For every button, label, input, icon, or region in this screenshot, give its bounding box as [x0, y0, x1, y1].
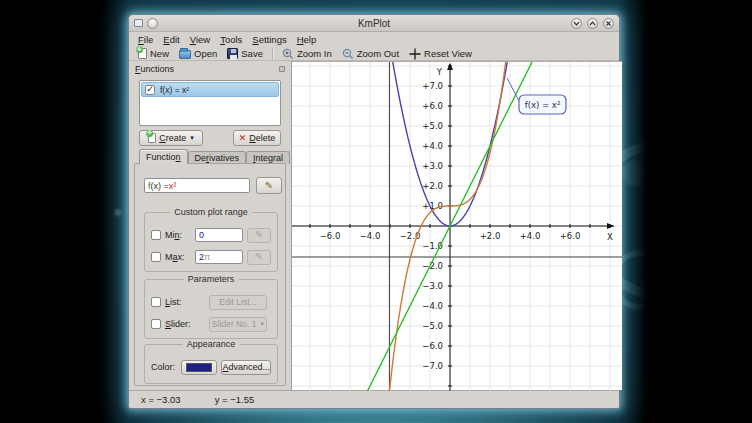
y-tick-label: +5.0	[422, 121, 443, 131]
callout-text: f(x) = x²	[525, 100, 561, 110]
min-label: Min:	[165, 230, 191, 240]
statusbar: x = −3.03 y = −1.55	[129, 390, 619, 408]
new-button[interactable]: + New	[133, 47, 174, 61]
zoom-in-icon	[282, 48, 294, 60]
custom-plot-range-title: Custom plot range	[170, 207, 252, 217]
new-document-icon: +	[138, 48, 147, 59]
min-checkbox[interactable]	[151, 230, 161, 240]
reset-view-icon	[409, 48, 421, 60]
equation-mid: (x) =	[151, 181, 169, 191]
wallpaper-dot	[622, 160, 646, 186]
float-dock-icon[interactable]	[279, 66, 285, 72]
slider-value: Slider No. 1	[212, 319, 256, 329]
y-tick-label: +7.0	[422, 81, 443, 91]
menu-file[interactable]: File	[135, 33, 160, 46]
edit-list-button[interactable]: Edit List...	[209, 295, 267, 310]
parameters-group: Parameters List: Edit List... Slider: Sl…	[144, 279, 278, 339]
y-tick-label: +2.0	[422, 181, 443, 191]
color-swatch	[186, 363, 212, 372]
zoom-out-icon	[342, 48, 354, 60]
y-tick-label: −4.0	[422, 301, 443, 311]
menu-help[interactable]: Help	[294, 33, 324, 46]
function-tab-page: f(x) = x² ✎ Custom plot range Min: 0 ✎ M…	[134, 163, 286, 386]
reset-view-button[interactable]: Reset View	[404, 47, 477, 61]
edit-equation-button[interactable]: ✎	[256, 177, 282, 194]
callout-leader-line	[507, 78, 519, 101]
minimize-button[interactable]	[571, 18, 582, 29]
x-tick-label: +6.0	[560, 231, 581, 241]
x-tick-label: +2.0	[480, 231, 501, 241]
chevron-down-icon	[573, 20, 580, 27]
max-edit-button[interactable]: ✎	[247, 250, 271, 265]
toolbar: + New Open Save Zoom In Zoom Out Reset V…	[129, 47, 619, 61]
list-checkbox[interactable]	[151, 297, 161, 307]
function-visible-checkbox[interactable]	[145, 85, 155, 95]
min-input[interactable]: 0	[195, 228, 243, 242]
menu-view[interactable]: View	[187, 33, 217, 46]
maximize-button[interactable]	[587, 18, 598, 29]
advanced-button[interactable]: Advanced...	[221, 360, 271, 375]
delete-x-icon: ✕	[239, 133, 247, 143]
titlebar[interactable]: KmPlot	[129, 15, 619, 32]
pencil-icon: ✎	[255, 252, 263, 262]
slider-checkbox[interactable]	[151, 319, 161, 329]
save-button[interactable]: Save	[222, 47, 268, 61]
function-list[interactable]: f(x) = x²	[139, 80, 281, 126]
equation-input[interactable]: f(x) = x²	[144, 178, 250, 193]
open-button-label: Open	[194, 48, 217, 59]
slider-select[interactable]: Slider No. 1▾	[209, 317, 267, 332]
color-button[interactable]	[181, 360, 217, 375]
y-tick-label: −5.0	[422, 321, 443, 331]
open-button[interactable]: Open	[174, 47, 222, 61]
menu-settings[interactable]: Settings	[249, 33, 293, 46]
custom-plot-range-group: Custom plot range Min: 0 ✎ Max: 2π ✎	[144, 212, 278, 272]
x-tick-label: −6.0	[320, 231, 341, 241]
zoom-in-label: Zoom In	[297, 48, 332, 59]
function-list-item[interactable]: f(x) = x²	[141, 82, 279, 97]
create-button-label: Create	[159, 133, 186, 143]
editor-tabs: Function Derivatives Integral	[139, 149, 290, 164]
max-input[interactable]: 2π	[195, 250, 243, 264]
max-checkbox[interactable]	[151, 252, 161, 262]
plot-canvas[interactable]: −6.0−4.0−2.0+2.0+4.0+6.0+7.0+6.0+5.0+4.0…	[292, 62, 622, 391]
functions-panel-header: Functions	[129, 61, 291, 77]
delete-button-label: Delete	[249, 133, 275, 143]
window-title: KmPlot	[129, 18, 619, 29]
menu-edit[interactable]: Edit	[160, 33, 186, 46]
kmplot-window: KmPlot File Edit View Tools Settings Hel…	[128, 14, 620, 409]
y-tick-label: −2.0	[422, 261, 443, 271]
reset-view-label: Reset View	[424, 48, 472, 59]
min-value: 0	[199, 230, 204, 240]
tab-function[interactable]: Function	[139, 149, 188, 164]
menu-tools[interactable]: Tools	[217, 33, 249, 46]
create-button[interactable]: Create ▾	[139, 130, 203, 146]
wallpaper-dot	[114, 209, 121, 216]
functions-panel: Functions f(x) = x² Create ▾ ✕ Delete Fu…	[129, 61, 291, 390]
cursor-y-coordinate: y = −1.55	[215, 394, 255, 405]
list-label: List:	[165, 297, 191, 307]
equation-expression: x²	[169, 181, 177, 191]
pencil-icon: ✎	[255, 230, 263, 240]
close-icon	[605, 20, 612, 27]
delete-button[interactable]: ✕ Delete	[233, 130, 281, 146]
min-edit-button[interactable]: ✎	[247, 228, 271, 243]
appearance-title: Appearance	[183, 339, 240, 349]
create-new-icon	[148, 133, 156, 143]
x-tick-label: −4.0	[360, 231, 381, 241]
open-folder-icon	[179, 50, 191, 59]
y-tick-label: −3.0	[422, 281, 443, 291]
close-button[interactable]	[603, 18, 614, 29]
zoom-out-button[interactable]: Zoom Out	[337, 47, 404, 61]
functions-panel-title: Functions	[135, 64, 174, 74]
new-button-label: New	[150, 48, 169, 59]
y-tick-label: +6.0	[422, 101, 443, 111]
zoom-in-button[interactable]: Zoom In	[277, 47, 337, 61]
x-axis-label: X	[607, 232, 613, 242]
chevron-up-icon	[589, 20, 596, 27]
menubar: File Edit View Tools Settings Help	[129, 32, 619, 47]
y-tick-label: +4.0	[422, 141, 443, 151]
plot-view[interactable]: −6.0−4.0−2.0+2.0+4.0+6.0+7.0+6.0+5.0+4.0…	[291, 61, 622, 390]
zoom-out-label: Zoom Out	[357, 48, 399, 59]
edit-list-label: Edit List...	[219, 297, 256, 307]
appearance-group: Appearance Color: Advanced...	[144, 344, 278, 384]
